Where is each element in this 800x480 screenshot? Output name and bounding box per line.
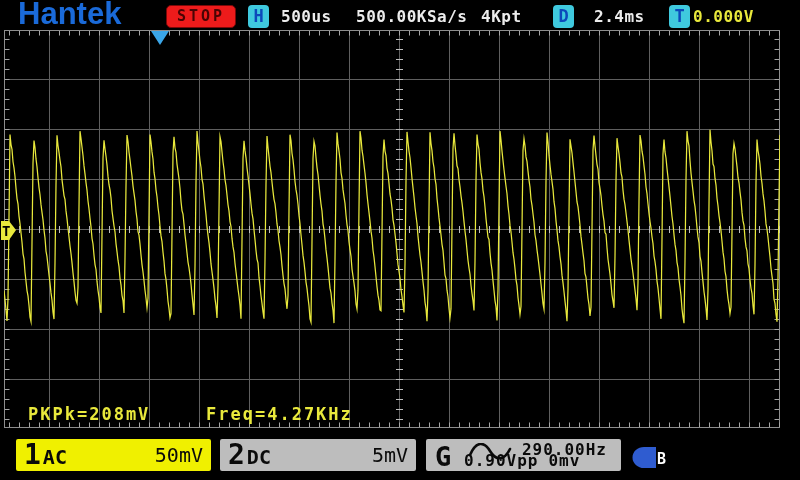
channel2-scale: 5mV bbox=[372, 443, 408, 467]
channel2-badge[interactable]: 2 DC 5mV bbox=[218, 437, 418, 473]
channel1-coupling: AC bbox=[43, 445, 67, 469]
channel1-badge[interactable]: 1 AC 50mV bbox=[14, 437, 213, 473]
generator-label: G bbox=[435, 441, 451, 472]
record-length-value: 4Kpt bbox=[481, 7, 522, 26]
channel2-coupling: DC bbox=[247, 445, 271, 469]
usb-drive-letter: B bbox=[657, 450, 666, 468]
timebase-value: 500us bbox=[281, 7, 332, 26]
measurement-pkpk: PKPk=208mV bbox=[28, 404, 150, 424]
generator-badge[interactable]: G 290.00Hz 0.90Vpp0mv bbox=[424, 437, 623, 473]
channel2-number: 2 bbox=[228, 441, 245, 469]
generator-amplitude-offset: 0.90Vpp0mv bbox=[464, 451, 590, 470]
delay-value: 2.4ms bbox=[594, 7, 645, 26]
oscilloscope-screen: Hantek STOP H 500us 500.00KSa/s 4Kpt D 2… bbox=[0, 0, 800, 480]
trigger-badge: T bbox=[669, 5, 690, 28]
trigger-level-marker-label: T bbox=[2, 223, 10, 239]
brand-logo: Hantek bbox=[18, 0, 121, 32]
measurement-freq: Freq=4.27KHz bbox=[206, 404, 353, 424]
usb-plug-icon bbox=[631, 446, 657, 469]
sample-rate-value: 500.00KSa/s bbox=[356, 7, 467, 26]
channel1-scale: 50mV bbox=[155, 443, 203, 467]
generator-offset: 0mv bbox=[548, 451, 580, 470]
horizontal-badge: H bbox=[248, 5, 269, 28]
usb-device-icon: B bbox=[631, 446, 677, 472]
run-state-badge[interactable]: STOP bbox=[166, 5, 236, 28]
trigger-level-value: 0.000V bbox=[693, 7, 754, 26]
delay-badge: D bbox=[553, 5, 574, 28]
generator-amplitude: 0.90Vpp bbox=[464, 451, 538, 470]
channel1-number: 1 bbox=[24, 441, 41, 469]
